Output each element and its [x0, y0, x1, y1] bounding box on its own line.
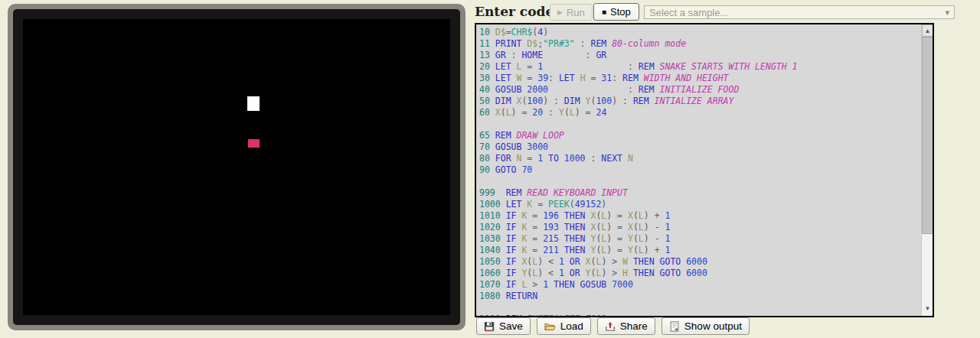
scrollbar-thumb[interactable] [922, 37, 933, 234]
code-line [479, 176, 921, 187]
enter-code-label: Enter code: [475, 4, 559, 19]
code-line: 70 GOSUB 3000 [479, 141, 921, 153]
stop-button[interactable]: ■ Stop [593, 3, 639, 21]
action-bar: Save Load Share [476, 317, 750, 335]
share-button-label: Share [620, 320, 648, 332]
code-line: 20 LET L = 1 : REM SNAKE STARTS WITH LEN… [479, 61, 921, 73]
white-block [247, 96, 260, 111]
stop-button-label: Stop [610, 7, 631, 17]
code-line: 1060 IF Y(L) < 1 OR Y(L) > H THEN GOTO 6… [479, 268, 921, 279]
code-line: 1020 IF K = 193 THEN X(L) = X(L) - 1 [479, 222, 921, 233]
code-line: 1010 IF K = 196 THEN X(L) = X(L) + 1 [479, 210, 921, 222]
code-line: 1070 IF L > 1 THEN GOSUB 7000 [479, 279, 921, 291]
code-line: 999 REM READ KEYBOARD INPUT [479, 187, 921, 199]
code-line: 1999 REM INITIALIZE FOOD [479, 314, 921, 316]
scrollbar-up-button[interactable]: ▲ [922, 24, 933, 37]
play-icon: ▶ [557, 9, 563, 16]
code-line: 1080 RETURN [479, 291, 921, 302]
editor-scrollbar[interactable]: ▲ ▼ [921, 24, 933, 316]
code-line: 1050 IF X(L) < 1 OR X(L) > W THEN GOTO 6… [479, 256, 921, 268]
floppy-icon [484, 321, 495, 332]
stop-icon: ■ [602, 8, 606, 16]
load-button[interactable]: Load [537, 317, 591, 335]
share-button[interactable]: Share [597, 317, 655, 335]
screen-bezel-inner [13, 9, 460, 325]
code-line: 30 LET W = 39: LET H = 31: REM WIDTH AND… [479, 73, 921, 84]
code-line: 11 PRINT D$;"PR#3" : REM 80-column mode [479, 38, 921, 50]
screen-bezel [8, 4, 466, 330]
scrollbar-down-button[interactable]: ▼ [922, 303, 933, 314]
pink-block [248, 139, 260, 148]
save-button-label: Save [499, 320, 523, 332]
code-line: 90 GOTO 70 [479, 164, 921, 176]
code-editor[interactable]: 10 D$=CHR$(4)11 PRINT D$;"PR#3" : REM 80… [475, 23, 934, 317]
right-panel: Enter code: ▶ Run ■ Stop Select a sample… [475, 0, 980, 338]
code-line: 40 GOSUB 2000 : REM INITIALIZE FOOD [479, 84, 921, 96]
share-icon [605, 321, 616, 332]
sample-select-placeholder: Select a sample... [649, 7, 728, 18]
code-line: 50 DIM X(100) : DIM Y(100) : REM INTIALI… [479, 96, 921, 107]
code-line: 1000 LET K = PEEK(49152) [479, 199, 921, 210]
code-line: 13 GR : HOME : GR [479, 50, 921, 61]
code-line: 60 X(L) = 20 : Y(L) = 24 [479, 107, 921, 119]
code-line [479, 302, 921, 314]
screen [23, 19, 450, 315]
code-line: 65 REM DRAW LOOP [479, 130, 921, 141]
chevron-down-icon: ▾ [945, 8, 949, 18]
code-line: 80 FOR N = 1 TO 1000 : NEXT N [479, 153, 921, 164]
code-line: 1040 IF K = 211 THEN Y(L) = Y(L) + 1 [479, 245, 921, 256]
sample-select[interactable]: Select a sample... ▾ [644, 5, 955, 19]
code-line: 1030 IF K = 215 THEN Y(L) = Y(L) - 1 [479, 233, 921, 245]
load-button-label: Load [560, 320, 583, 332]
code-lines: 10 D$=CHR$(4)11 PRINT D$;"PR#3" : REM 80… [476, 24, 921, 316]
run-button-label: Run [567, 8, 585, 18]
show-output-button[interactable]: Show output [662, 317, 750, 335]
show-output-button-label: Show output [684, 320, 742, 332]
document-icon [669, 321, 680, 332]
code-line: 10 D$=CHR$(4) [479, 27, 921, 38]
code-line [479, 119, 921, 130]
folder-icon [544, 321, 556, 332]
save-button[interactable]: Save [476, 317, 531, 335]
run-button[interactable]: ▶ Run [550, 4, 593, 21]
